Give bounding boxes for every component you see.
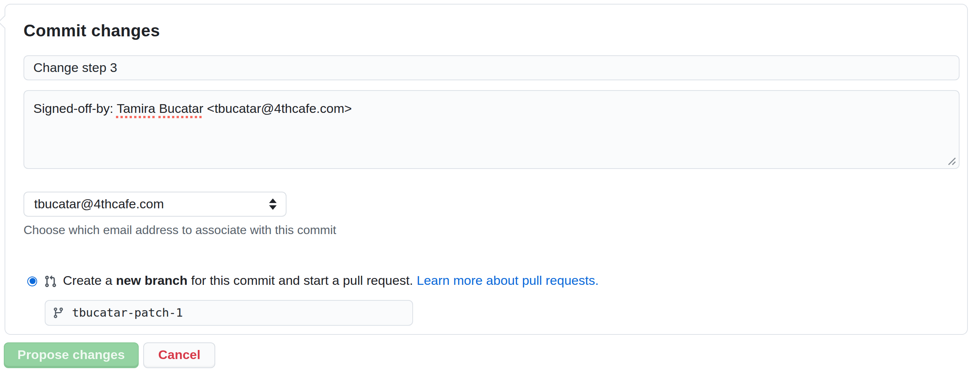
misspelled-word: Tamira [117, 102, 155, 116]
email-select[interactable]: tbucatar@4thcafe.com [24, 192, 286, 217]
up-down-caret-icon [269, 199, 277, 210]
create-branch-option-row: Create a new branch for this commit and … [27, 274, 599, 288]
learn-more-link[interactable]: Learn more about pull requests. [417, 273, 599, 288]
form-actions: Propose changes Cancel [4, 342, 216, 368]
branch-name-input[interactable]: tbucatar-patch-1 [45, 300, 413, 326]
commit-summary-input[interactable] [24, 55, 959, 80]
create-branch-radio[interactable] [27, 276, 37, 286]
email-select-value: tbucatar@4thcafe.com [34, 197, 164, 212]
signoff-email-text: <tbucatar@4thcafe.com> [204, 102, 352, 116]
commit-form-card: Commit changes Signed-off-by: Tamira Buc… [5, 4, 968, 335]
commit-description-textarea[interactable]: Signed-off-by: Tamira Bucatar <tbucatar@… [24, 90, 959, 169]
git-branch-icon [52, 307, 64, 319]
textarea-resize-grip-icon[interactable] [947, 156, 956, 166]
page-title: Commit changes [24, 21, 160, 41]
git-pull-request-icon [44, 275, 57, 287]
email-helper-text: Choose which email address to associate … [24, 223, 336, 238]
create-branch-label: Create a new branch for this commit and … [63, 273, 599, 289]
signoff-text: Signed-off-by: [33, 102, 117, 116]
branch-name-value: tbucatar-patch-1 [72, 306, 183, 320]
misspelled-word: Bucatar [159, 102, 203, 116]
cancel-button[interactable]: Cancel [143, 342, 216, 368]
bubble-caret [0, 16, 11, 29]
propose-changes-button[interactable]: Propose changes [4, 342, 138, 368]
commit-changes-page: Commit changes Signed-off-by: Tamira Buc… [0, 0, 980, 378]
